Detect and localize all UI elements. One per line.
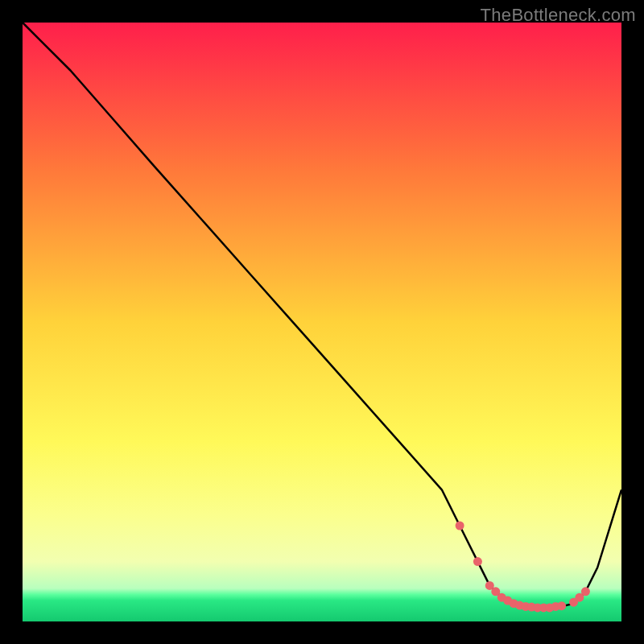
marker-point — [473, 557, 482, 566]
plot-background — [23, 23, 621, 621]
watermark-text: TheBottleneck.com — [481, 5, 636, 26]
marker-point — [456, 522, 464, 530]
marker-point — [557, 601, 566, 610]
chart-canvas — [0, 0, 644, 644]
chart-stage: TheBottleneck.com — [0, 0, 644, 644]
marker-point — [581, 587, 590, 596]
